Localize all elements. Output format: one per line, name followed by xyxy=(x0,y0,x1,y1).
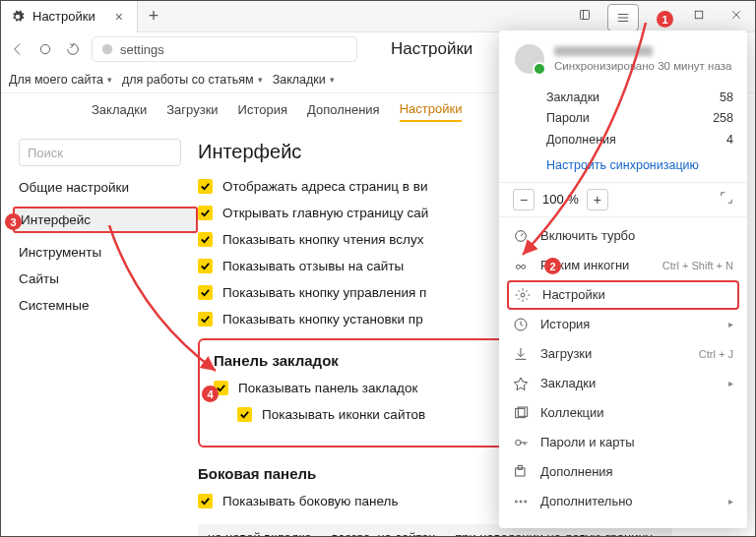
new-tab-button[interactable]: + xyxy=(138,6,169,27)
home-button[interactable] xyxy=(36,40,54,58)
svg-point-9 xyxy=(40,44,49,53)
sidebar-toggle-icon[interactable] xyxy=(566,1,603,32)
site-icon xyxy=(100,42,114,56)
menu-item-addons[interactable]: Дополнения xyxy=(499,457,747,487)
svg-point-18 xyxy=(522,265,526,268)
browser-window: Настройки × + settings Настройки Для мое… xyxy=(0,0,756,537)
sidebar-item-general[interactable]: Общие настройки xyxy=(19,180,198,195)
svg-line-16 xyxy=(521,233,524,236)
svg-marker-24 xyxy=(514,378,527,390)
tab-close-icon[interactable]: × xyxy=(115,9,123,25)
checkbox[interactable] xyxy=(198,259,213,273)
callout-1: 1 xyxy=(657,11,673,28)
checkbox[interactable] xyxy=(237,407,252,422)
sync-settings-link[interactable]: Настроить синхронизацию xyxy=(499,154,747,182)
menu-item-bookmarks[interactable]: Закладки▸ xyxy=(499,369,747,398)
checkbox[interactable] xyxy=(198,285,213,300)
subtab-downloads[interactable]: Загрузки xyxy=(166,102,218,121)
menu-item-turbo[interactable]: Включить турбо xyxy=(499,221,747,251)
zoom-row: − 100 % + xyxy=(499,182,747,217)
subtab-addons[interactable]: Дополнения xyxy=(307,102,380,121)
svg-point-34 xyxy=(525,501,527,503)
bookmark-folder[interactable]: для работы со статьям▾ xyxy=(122,73,263,87)
titlebar: Настройки × + xyxy=(1,1,755,32)
sync-status: Синхронизировано 30 минут наза xyxy=(554,60,731,72)
zoom-value: 100 % xyxy=(542,192,579,207)
url-field[interactable]: settings xyxy=(92,36,357,62)
subtab-bookmarks[interactable]: Закладки xyxy=(92,102,147,121)
svg-point-33 xyxy=(520,501,522,503)
page-title: Настройки xyxy=(391,39,472,59)
callout-2: 2 xyxy=(544,258,561,274)
callout-3: 3 xyxy=(5,213,22,230)
bookmark-folder[interactable]: Закладки▾ xyxy=(273,73,335,87)
back-button[interactable] xyxy=(9,40,27,58)
menu-item-history[interactable]: История▸ xyxy=(499,310,747,339)
checkbox[interactable] xyxy=(198,206,213,220)
svg-point-10 xyxy=(102,44,113,55)
sidebar-item-sites[interactable]: Сайты xyxy=(19,271,198,286)
bookmark-folder[interactable]: Для моего сайта▾ xyxy=(9,73,112,87)
sidebar-item-system[interactable]: Системные xyxy=(19,298,198,313)
subtab-history[interactable]: История xyxy=(238,102,287,121)
tab-settings[interactable]: Настройки × xyxy=(1,1,138,32)
url-text: settings xyxy=(120,42,164,57)
tab-title: Настройки xyxy=(32,9,95,24)
main-menu-dropdown: Синхронизировано 30 минут наза Закладки5… xyxy=(499,30,747,528)
sidebar-item-interface[interactable]: Интерфейс xyxy=(13,207,198,233)
menu-item-passwords[interactable]: Пароли и карты xyxy=(499,428,747,457)
sidebar-item-tools[interactable]: Инструменты xyxy=(19,245,198,260)
svg-rect-0 xyxy=(581,10,590,19)
hamburger-menu-button[interactable] xyxy=(607,4,639,31)
menu-item-collections[interactable]: Коллекции xyxy=(499,398,747,428)
svg-rect-31 xyxy=(518,465,522,469)
checkbox[interactable] xyxy=(198,312,213,327)
sidebar-search[interactable]: Поиск xyxy=(19,139,181,166)
svg-point-27 xyxy=(516,440,521,445)
zoom-in-button[interactable]: + xyxy=(587,189,608,210)
fullscreen-icon[interactable] xyxy=(720,191,733,208)
sync-stats: Закладки58 Пароли258 Дополнения4 xyxy=(499,84,747,154)
svg-point-20 xyxy=(521,293,525,297)
zoom-out-button[interactable]: − xyxy=(513,189,535,210)
menu-item-downloads[interactable]: ЗагрузкиCtrl + J xyxy=(499,339,747,369)
svg-rect-6 xyxy=(695,11,703,19)
reload-button[interactable] xyxy=(64,40,82,58)
avatar xyxy=(513,42,546,76)
checkbox[interactable] xyxy=(198,494,213,508)
close-window-button[interactable] xyxy=(718,1,755,32)
svg-point-17 xyxy=(516,265,520,268)
menu-item-settings[interactable]: Настройки xyxy=(507,280,739,310)
menu-item-more[interactable]: Дополнительно▸ xyxy=(499,487,747,516)
menu-item-incognito[interactable]: Режим инкогниCtrl + Shift + N xyxy=(499,251,747,280)
callout-4: 4 xyxy=(202,386,219,402)
profile-name-blur xyxy=(554,46,653,56)
checkbox[interactable] xyxy=(198,232,213,247)
svg-point-32 xyxy=(515,501,517,503)
gear-icon xyxy=(11,10,25,24)
checkbox[interactable] xyxy=(198,179,213,194)
subtab-settings[interactable]: Настройки xyxy=(400,101,463,122)
sync-row[interactable]: Синхронизировано 30 минут наза xyxy=(499,40,747,84)
settings-sidebar: Поиск Общие настройки Интерфейс Инструме… xyxy=(1,129,198,536)
maximize-button[interactable] xyxy=(680,1,718,32)
